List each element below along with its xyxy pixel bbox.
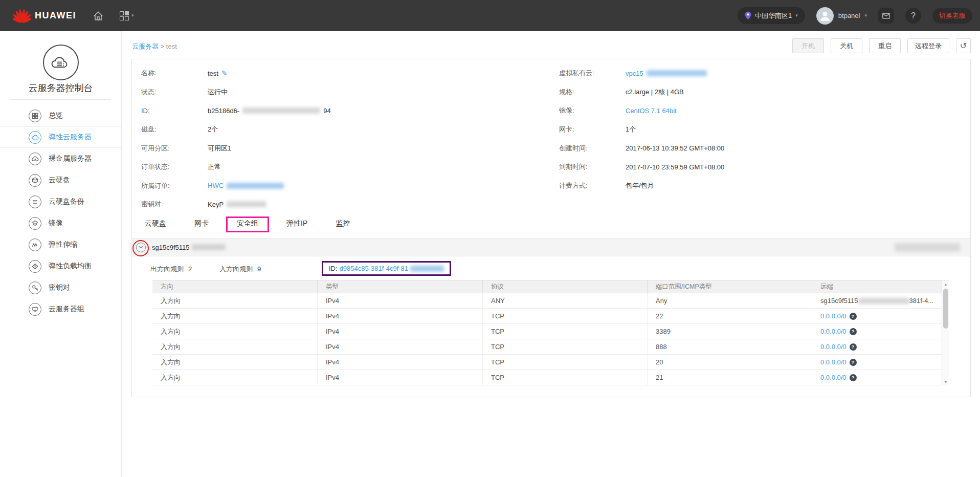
elb-diamond-icon (29, 260, 41, 273)
detail-label: 状态: (141, 88, 208, 97)
sidebar-item-4[interactable]: 云硬盘备份 (0, 191, 121, 212)
detail-row: 创建时间:2017-06-13 10:39:52 GMT+08:00 (559, 139, 724, 158)
sidebar-item-5[interactable]: 镜像 (0, 212, 121, 234)
region-selector[interactable]: 中国华南区1 ▾ (738, 7, 805, 24)
sidebar-item-1[interactable]: 弹性云服务器 (0, 126, 121, 148)
home-icon[interactable] (93, 0, 104, 31)
detail-label: 镜像: (559, 106, 626, 115)
tab-4[interactable]: 监控 (336, 215, 350, 232)
ecs-cloud-icon (29, 131, 41, 144)
detail-value-text: c2.large | 2核 | 4GB (626, 88, 684, 97)
username-label: btpanel (838, 12, 860, 19)
detail-value-text: sg15c9f5115 (820, 297, 858, 305)
scroll-down-arrow[interactable]: ▼ (942, 378, 949, 385)
sidebar-item-6[interactable]: 弹性伸缩 (0, 234, 121, 255)
table-row: 入方向IPv4TCP33890.0.0.0/0? (152, 324, 949, 339)
tab-2[interactable]: 安全组 (237, 215, 258, 232)
huawei-logo: HUAWEI (13, 0, 76, 31)
cell-type: IPv4 (317, 309, 482, 323)
user-menu[interactable]: btpanel ▾ (816, 7, 867, 25)
table-scrollbar[interactable]: ▲ ▼ (942, 280, 949, 385)
sidebar-item-3[interactable]: 云硬盘 (0, 169, 121, 191)
detail-label: 名称: (141, 69, 208, 78)
sidebar-item-7[interactable]: 弹性负载均衡 (0, 255, 121, 277)
detail-value: HWC (208, 182, 284, 189)
detail-row: 订单状态:正常 (141, 158, 331, 177)
detail-value-link[interactable]: HWC (208, 182, 224, 189)
cell-type: IPv4 (317, 355, 482, 370)
detail-value-link[interactable]: CentOS 7.1 64bit (626, 107, 677, 115)
detail-value: CentOS 7.1 64bit (626, 107, 677, 115)
cell-direction: 入方向 (152, 293, 317, 308)
sidebar-item-8[interactable]: 密钥对 (0, 277, 121, 298)
detail-value-link[interactable]: 0.0.0.0/0 (820, 358, 847, 366)
sidebar-item-9[interactable]: 云服务器组 (0, 298, 121, 320)
help-icon[interactable]: ? (850, 343, 857, 351)
tab-1[interactable]: 网卡 (194, 215, 209, 232)
console-logo-icon (43, 45, 79, 80)
details-left-column: 名称:test✎状态:运行中ID:b25186d6-94磁盘:2个可用分区:可用… (141, 64, 331, 214)
cell-protocol: ANY (482, 293, 647, 308)
table-header-cell: 端口范围/ICMP类型 (647, 280, 812, 293)
detail-value: vpc15 (626, 70, 707, 77)
detail-value-link[interactable]: 0.0.0.0/0 (820, 312, 847, 320)
detail-value-link[interactable]: 0.0.0.0/0 (820, 374, 847, 381)
cell-remote: sg15c9f5115381f-4... (812, 293, 942, 308)
cell-protocol: TCP (482, 309, 647, 323)
edit-name-icon[interactable]: ✎ (221, 69, 228, 77)
location-pin-icon (745, 11, 751, 20)
sidebar-item-0[interactable]: 总览 (0, 105, 121, 126)
detail-value-link[interactable]: vpc15 (626, 70, 643, 77)
sg-id-value[interactable]: d9854c85-381f-4c9f-81 (340, 265, 408, 272)
bms-cloud-icon (29, 153, 41, 165)
detail-label: 密钥对: (141, 200, 208, 209)
security-rules-table: 方向类型协议端口范围/ICMP类型远端 入方向IPv4ANYAnysg15c9f… (152, 280, 949, 385)
help-icon[interactable]: ? (850, 359, 857, 366)
detail-value-text: 2个 (208, 125, 218, 134)
help-icon[interactable]: ? (850, 374, 857, 381)
scrollbar-thumb[interactable] (943, 289, 948, 329)
detail-value-text: 可用区1 (208, 144, 231, 153)
detail-value: 2017-06-13 10:39:52 GMT+08:00 (626, 144, 724, 152)
disk-cube-icon (29, 174, 41, 187)
sg-action-button-redacted[interactable] (895, 243, 960, 252)
sidebar-item-2[interactable]: 裸金属服务器 (0, 148, 121, 169)
detail-value-text: KeyP (208, 201, 224, 208)
security-group-name: sg15c9f5115 (152, 244, 226, 251)
tab-3[interactable]: 弹性IP (286, 215, 307, 232)
scroll-up-arrow[interactable]: ▲ (942, 280, 949, 288)
action-button-1[interactable]: 关机 (831, 38, 862, 53)
detail-value-link[interactable]: 0.0.0.0/0 (820, 328, 847, 335)
security-group-name-prefix: sg15c9f5115 (152, 244, 190, 251)
action-button-3[interactable]: 远程登录 (907, 38, 949, 53)
detail-value-link[interactable]: 0.0.0.0/0 (820, 343, 847, 351)
switch-old-version-button[interactable]: 切换老版 (932, 8, 972, 24)
help-icon[interactable]: ? (850, 328, 857, 335)
messages-button[interactable] (878, 8, 894, 24)
action-button-2[interactable]: 重启 (869, 38, 901, 53)
tab-0[interactable]: 云硬盘 (145, 215, 166, 232)
redacted-text (242, 107, 320, 114)
detail-value: 1个 (626, 125, 636, 134)
detail-value-text: 2017-06-13 10:39:52 GMT+08:00 (626, 144, 724, 152)
detail-label: 订单状态: (141, 162, 208, 171)
table-header-cell: 类型 (317, 280, 482, 293)
region-label: 中国华南区1 (755, 11, 792, 20)
detail-value: c2.large | 2核 | 4GB (626, 88, 684, 97)
breadcrumb-root-link[interactable]: 云服务器 (132, 42, 159, 50)
cell-type: IPv4 (317, 339, 482, 354)
expand-chevron-icon[interactable] (136, 243, 146, 252)
table-row: 入方向IPv4TCP8880.0.0.0/0? (152, 339, 949, 355)
redacted-text (227, 201, 266, 207)
console-grid-icon[interactable]: ▾ (120, 0, 134, 31)
divider (10, 99, 111, 100)
detail-label: 创建时间: (559, 144, 626, 153)
detail-value: 2个 (208, 125, 218, 134)
help-icon[interactable]: ? (850, 313, 857, 320)
detail-value: 可用区1 (208, 144, 231, 153)
overview-icon (29, 110, 41, 122)
refresh-button[interactable]: ↺ (956, 38, 971, 53)
help-button[interactable]: ? (905, 8, 921, 24)
sidebar-item-label: 弹性伸缩 (49, 240, 77, 249)
detail-value-text: 正常 (208, 162, 221, 171)
